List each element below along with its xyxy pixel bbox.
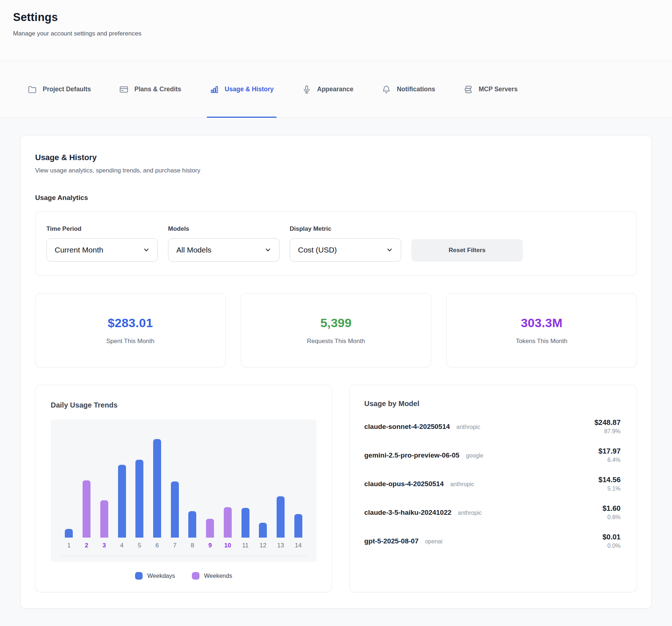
tab-label: MCP Servers [479, 85, 518, 93]
model-percent: 87.9% [595, 428, 621, 435]
chevron-down-icon [386, 246, 394, 254]
model-percent: 0.0% [602, 543, 621, 549]
models-select[interactable]: All Models [168, 238, 280, 262]
model-row: claude-sonnet-4-20250514 anthropic $248.… [364, 412, 621, 441]
bar-day-10 [224, 507, 232, 538]
bell-icon [382, 85, 391, 94]
reset-filters-button[interactable]: Reset Filters [411, 239, 523, 262]
tick-label-11: 11 [236, 542, 254, 549]
bar-day-11 [242, 508, 249, 538]
tab-label: Appearance [317, 85, 353, 93]
time-period-value: Current Month [55, 246, 103, 254]
tab-label: Plans & Credits [134, 85, 181, 93]
tab-mcp-servers[interactable]: MCP Servers [463, 61, 518, 117]
chart-legend: Weekdays Weekends [51, 572, 316, 580]
stat-label-tokens: Tokens This Month [516, 338, 567, 345]
chevron-down-icon [142, 246, 150, 254]
tick-label-9: 9 [201, 542, 219, 549]
model-row: claude-opus-4-20250514 anthropic $14.56 … [364, 470, 621, 498]
bar-column [236, 508, 254, 538]
legend-label: Weekends [204, 572, 232, 579]
display-metric-filter: Display Metric Cost (USD) [290, 225, 401, 262]
model-list: claude-sonnet-4-20250514 anthropic $248.… [364, 412, 621, 555]
bar-day-14 [294, 514, 302, 538]
tab-label: Project Defaults [43, 85, 91, 93]
tick-label-4: 4 [113, 542, 131, 549]
tick-label-3: 3 [95, 542, 113, 549]
display-metric-select[interactable]: Cost (USD) [290, 238, 401, 262]
provider-label: anthropic [458, 510, 482, 516]
stat-value-spent: $283.01 [108, 316, 153, 330]
tab-notifications[interactable]: Notifications [381, 61, 436, 117]
tick-label-12: 12 [254, 542, 272, 549]
bar-column [219, 507, 236, 538]
time-period-label: Time Period [46, 225, 158, 233]
bar-day-5 [135, 460, 143, 538]
reset-filters-col: Reset Filters [411, 239, 523, 262]
time-period-select[interactable]: Current Month [46, 238, 158, 262]
tab-project-defaults[interactable]: Project Defaults [27, 61, 92, 117]
bar-column [60, 529, 78, 538]
credit-card-icon [119, 85, 129, 94]
model-cost: $248.87 [595, 418, 621, 427]
tab-label: Usage & History [225, 85, 274, 93]
model-name: gemini-2.5-pro-preview-06-05 [364, 451, 459, 459]
tab-usage-history[interactable]: Usage & History [209, 61, 274, 117]
legend-label: Weekdays [147, 572, 175, 579]
tab-label: Notifications [397, 85, 435, 93]
model-cost: $17.97 [598, 447, 621, 455]
bar-column [184, 511, 201, 538]
legend-weekdays: Weekdays [135, 572, 175, 580]
bar-day-3 [100, 500, 108, 538]
legend-swatch-weekdays [135, 572, 143, 580]
bar-day-1 [65, 529, 73, 538]
bar-column [201, 519, 219, 538]
model-name: claude-sonnet-4-20250514 [364, 423, 450, 431]
charts-row: Daily Usage Trends 1234567891011121314 W… [35, 385, 637, 592]
stat-card-tokens: 303.3M Tokens This Month [446, 293, 637, 367]
page-title: Settings [13, 11, 659, 24]
bar-column [254, 523, 272, 538]
model-cost: $1.60 [602, 504, 621, 513]
folder-icon [28, 85, 37, 94]
bar-column [95, 500, 113, 538]
bar-column [113, 465, 131, 538]
tick-label-10: 10 [219, 542, 236, 549]
model-name: gpt-5-2025-08-07 [364, 537, 419, 545]
bar-day-4 [118, 465, 126, 538]
usage-analytics-heading: Usage Analytics [35, 194, 637, 202]
bar-day-2 [83, 480, 91, 538]
provider-label: anthropic [457, 424, 480, 430]
model-percent: 5.1% [598, 485, 621, 492]
bar-day-7 [171, 481, 179, 538]
microphone-icon [302, 85, 311, 94]
tab-plans-credits[interactable]: Plans & Credits [118, 61, 182, 117]
model-row: gpt-5-2025-08-07 openai $0.01 0.0% [364, 527, 621, 555]
time-period-filter: Time Period Current Month [46, 225, 158, 262]
models-value: All Models [176, 246, 211, 254]
display-metric-value: Cost (USD) [298, 246, 337, 254]
bars-area [51, 425, 316, 538]
model-row: gemini-2.5-pro-preview-06-05 google $17.… [364, 441, 621, 470]
stat-card-requests: 5,399 Requests This Month [241, 293, 431, 367]
tick-label-5: 5 [131, 542, 148, 549]
section-title: Usage & History [35, 153, 637, 162]
tick-label-13: 13 [272, 542, 290, 549]
filters-panel: Time Period Current Month Models All Mod… [35, 211, 637, 276]
usage-by-model-card: Usage by Model claude-sonnet-4-20250514 … [349, 385, 637, 592]
tab-bar: Project Defaults Plans & Credits Usage [0, 61, 672, 118]
bar-chart-icon [210, 85, 219, 94]
bar-day-13 [277, 496, 285, 538]
legend-swatch-weekends [192, 572, 200, 580]
bar-day-6 [153, 439, 161, 538]
tick-label-14: 14 [289, 542, 307, 549]
model-percent: 0.6% [602, 514, 621, 521]
bar-column [272, 496, 290, 538]
tick-label-7: 7 [166, 542, 184, 549]
tick-label-6: 6 [148, 542, 166, 549]
model-percent: 6.4% [598, 457, 621, 463]
tab-appearance[interactable]: Appearance [301, 61, 354, 117]
server-stack-icon [463, 85, 473, 94]
tick-label-2: 2 [78, 542, 96, 549]
model-cost: $14.56 [598, 476, 621, 484]
